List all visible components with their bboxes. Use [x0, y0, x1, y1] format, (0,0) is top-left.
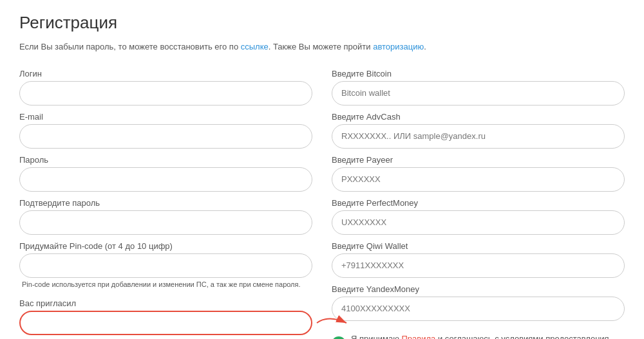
- advcash-label: Введите AdvCash: [332, 112, 625, 122]
- perfectmoney-group: Введите PerfectMoney: [332, 198, 625, 235]
- right-column: Введите Bitcoin Введите AdvCash Введите …: [332, 69, 625, 340]
- auth-link[interactable]: авторизацию: [373, 42, 424, 51]
- referral-input[interactable]: Profvestcom: [19, 311, 312, 335]
- referral-input-wrapper: Profvestcom: [19, 311, 312, 335]
- yandex-input[interactable]: [332, 297, 625, 321]
- email-label: E-mail: [19, 112, 312, 122]
- intro-text-3: .: [424, 42, 426, 51]
- intro-paragraph: Если Вы забыли пароль, то можете восстан…: [19, 41, 625, 53]
- confirm-password-group: Подтвердите пароль: [19, 198, 312, 235]
- accept-checkbox[interactable]: [332, 336, 346, 340]
- password-input[interactable]: [19, 167, 312, 192]
- advcash-input[interactable]: [332, 124, 625, 149]
- bitcoin-input[interactable]: [332, 81, 625, 105]
- accept-text: Я принимаю Правила и соглашаюсь с услови…: [351, 334, 625, 340]
- login-label: Логин: [19, 69, 312, 78]
- rules-link[interactable]: Правила: [402, 334, 436, 340]
- pincode-hint: Pin-code используется при добавлении и и…: [22, 280, 312, 288]
- qiwi-label: Введите Qiwi Wallet: [332, 241, 625, 251]
- accept-row: Я принимаю Правила и соглашаюсь с услови…: [332, 334, 625, 340]
- login-group: Логин: [19, 69, 312, 105]
- advcash-group: Введите AdvCash: [332, 112, 625, 149]
- pincode-input[interactable]: [19, 253, 312, 278]
- email-input[interactable]: [19, 124, 312, 149]
- password-label: Пароль: [19, 155, 312, 165]
- pincode-group: Придумайте Pin-code (от 4 до 10 цифр) Pi…: [19, 241, 312, 288]
- payeer-label: Введите Payeer: [332, 155, 625, 165]
- login-input[interactable]: [19, 81, 312, 105]
- page-title: Регистрация: [19, 13, 625, 33]
- perfectmoney-label: Введите PerfectMoney: [332, 198, 625, 208]
- referral-group: Вас пригласил Profvestcom: [19, 298, 312, 335]
- arrow-icon: [316, 313, 351, 333]
- bitcoin-label: Введите Bitcoin: [332, 69, 625, 78]
- qiwi-group: Введите Qiwi Wallet: [332, 241, 625, 278]
- form-layout: Логин E-mail Пароль Подтвердите пароль П…: [19, 69, 625, 340]
- perfectmoney-input[interactable]: [332, 210, 625, 235]
- qiwi-input[interactable]: [332, 253, 625, 278]
- yandex-label: Введите YandexMoney: [332, 284, 625, 294]
- restore-link[interactable]: ссылке: [241, 42, 269, 51]
- arrow-wrapper: [316, 313, 351, 333]
- confirm-password-input[interactable]: [19, 210, 312, 235]
- referral-label: Вас пригласил: [19, 298, 312, 308]
- pincode-label: Придумайте Pin-code (от 4 до 10 цифр): [19, 241, 312, 251]
- payeer-input[interactable]: [332, 167, 625, 192]
- intro-text-1: Если Вы забыли пароль, то можете восстан…: [19, 42, 241, 51]
- payeer-group: Введите Payeer: [332, 155, 625, 192]
- confirm-password-label: Подтвердите пароль: [19, 198, 312, 208]
- bitcoin-group: Введите Bitcoin: [332, 69, 625, 105]
- yandex-group: Введите YandexMoney: [332, 284, 625, 321]
- accept-text-1: Я принимаю: [351, 334, 402, 340]
- left-column: Логин E-mail Пароль Подтвердите пароль П…: [19, 69, 312, 340]
- password-group: Пароль: [19, 155, 312, 192]
- email-group: E-mail: [19, 112, 312, 149]
- intro-text-2: . Также Вы можете пройти: [269, 42, 373, 51]
